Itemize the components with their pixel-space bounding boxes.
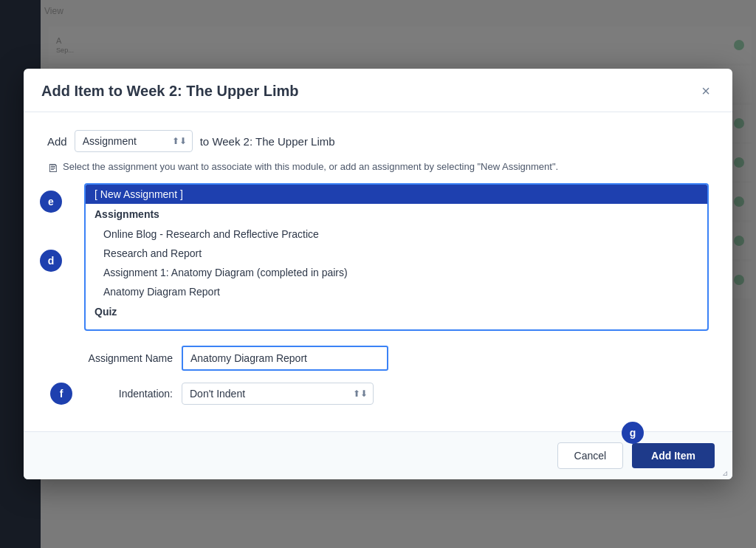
info-icon: 🖹 <box>47 162 58 174</box>
indentation-row: f Indentation: Don't Indent Indent 1 Ind… <box>47 383 709 405</box>
add-prefix-label: Add <box>47 135 67 148</box>
listbox-item-anatomy-diagram[interactable]: Assignment 1: Anatomy Diagram (completed… <box>86 263 707 282</box>
bubble-f: f <box>50 383 72 405</box>
add-suffix-label: to Week 2: The Upper Limb <box>200 135 335 148</box>
listbox-item-new-assignment[interactable]: [ New Assignment ] <box>86 185 707 204</box>
bubble-d: d <box>40 250 62 272</box>
resize-handle[interactable]: ⊿ <box>722 469 731 478</box>
assignment-name-label: Assignment Name <box>84 352 173 364</box>
modal-body: Add Assignment Quiz File Page Discussion… <box>24 112 732 431</box>
add-item-button[interactable]: Add Item <box>632 443 715 468</box>
listbox-item-online-blog[interactable]: Online Blog - Research and Reflective Pr… <box>86 225 707 244</box>
listbox-item-research-report[interactable]: Research and Report <box>86 244 707 263</box>
close-button[interactable]: × <box>697 82 715 100</box>
modal-backdrop: Add Item to Week 2: The Upper Limb × Add… <box>0 0 756 548</box>
cancel-button[interactable]: Cancel <box>557 442 624 469</box>
type-select[interactable]: Assignment Quiz File Page Discussion <box>75 130 193 152</box>
assignment-name-row: Assignment Name <box>47 346 709 371</box>
indentation-label: Indentation: <box>84 388 173 400</box>
assignment-name-input[interactable] <box>182 346 388 371</box>
bubble-g: g <box>622 422 644 444</box>
modal-header: Add Item to Week 2: The Upper Limb × <box>24 69 732 112</box>
bubble-e: e <box>40 191 62 213</box>
listbox-group-assignments: Assignments <box>86 204 707 225</box>
listbox-section: e d [ New Assignment ] Assignments Onlin… <box>47 183 709 331</box>
modal-title: Add Item to Week 2: The Upper Limb <box>41 83 299 100</box>
listbox-item-anatomy-diagram-report[interactable]: Anatomy Diagram Report <box>86 282 707 301</box>
modal-dialog: Add Item to Week 2: The Upper Limb × Add… <box>24 69 732 479</box>
indentation-select-wrapper: Don't Indent Indent 1 Indent 2 Indent 3 … <box>182 383 374 405</box>
help-text-row: 🖹 Select the assignment you want to asso… <box>47 161 709 174</box>
type-select-wrapper: Assignment Quiz File Page Discussion ⬆⬇ <box>75 130 193 152</box>
listbox-group-quiz: Quiz <box>86 301 707 322</box>
indentation-select[interactable]: Don't Indent Indent 1 Indent 2 Indent 3 … <box>182 383 374 405</box>
add-row: Add Assignment Quiz File Page Discussion… <box>47 130 709 152</box>
help-text-content: Select the assignment you want to associ… <box>63 161 558 172</box>
assignment-listbox[interactable]: [ New Assignment ] Assignments Online Bl… <box>84 183 709 331</box>
modal-footer: g Cancel Add Item ⊿ <box>24 431 732 479</box>
